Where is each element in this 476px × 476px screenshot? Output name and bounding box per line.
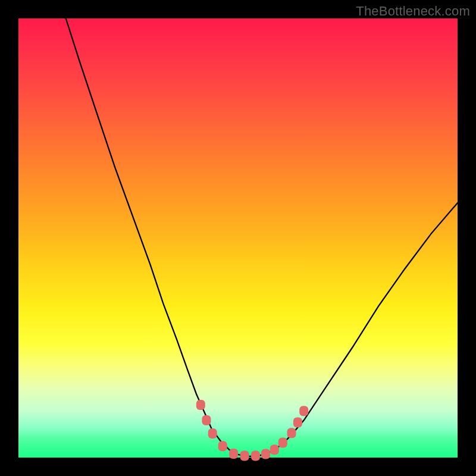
marker-point [208,428,217,439]
marker-point [202,415,211,425]
marker-point [229,449,238,459]
marker-point [287,428,296,438]
plot-area [18,18,458,458]
marker-point [240,451,249,461]
marker-point [278,437,287,447]
marker-point [218,441,227,451]
marker-point [293,418,302,428]
marker-point [261,449,270,459]
marker-point [299,406,308,416]
marker-point [251,451,260,461]
watermark-text: TheBottleneck.com [356,4,470,19]
marker-point [196,400,205,410]
chart-frame: TheBottleneck.com [0,0,476,476]
curve-svg [18,18,458,458]
markers-group [196,400,308,461]
bottleneck-curve [66,18,458,456]
marker-point [270,444,279,455]
